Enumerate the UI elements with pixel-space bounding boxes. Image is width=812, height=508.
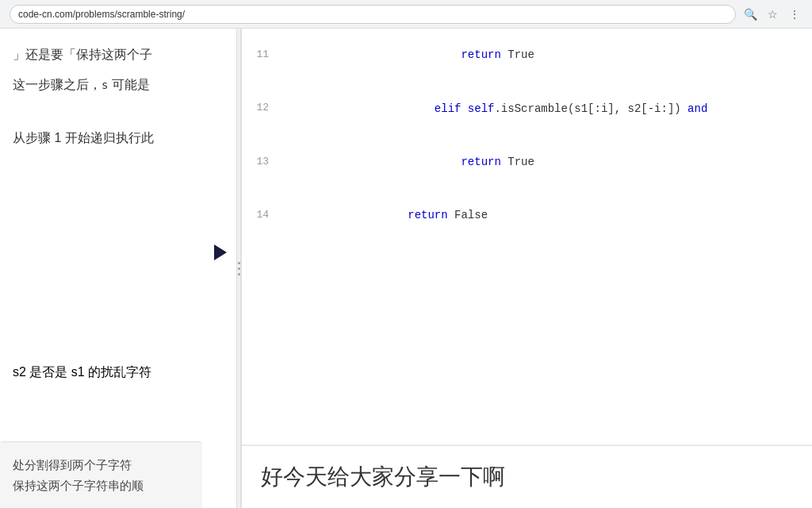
arrow-container: [214, 244, 227, 260]
left-panel: 」还是要「保持这两个子 这一步骤之后，s 可能是 从步骤 1 开始递归执行此 s…: [0, 29, 242, 508]
text-line-3: 从步骤 1 开始递归执行此: [13, 128, 228, 148]
url-bar[interactable]: code-cn.com/problems/scramble-string/: [10, 5, 736, 24]
keyword-self-12: self: [468, 102, 495, 115]
line-num-11: 11: [242, 29, 282, 82]
divider-dot-2: [238, 267, 240, 270]
gray-card: 处分割得到两个子字符 保持这两个子字符串的顺: [0, 441, 202, 508]
divider-dot-3: [238, 273, 240, 275]
line-num-13: 13: [242, 135, 282, 188]
browser-icons: 🔍 ☆ ⋮: [742, 6, 802, 22]
code-content-11: return True: [282, 29, 812, 82]
code-area: 11 return True 12 elif self.isScramble(s…: [242, 29, 812, 237]
more-icon[interactable]: ⋮: [787, 6, 802, 22]
sidebar-divider[interactable]: [236, 29, 241, 508]
bracket-char: 」: [13, 48, 25, 61]
right-arrow-icon: [214, 244, 227, 260]
keyword-and: and: [688, 102, 707, 115]
line-num-14: 14: [242, 189, 282, 237]
code-row-14: 14 return False: [242, 189, 812, 237]
main-layout: 」还是要「保持这两个子 这一步骤之后，s 可能是 从步骤 1 开始递归执行此 s…: [0, 29, 812, 508]
code-table: 11 return True 12 elif self.isScramble(s…: [242, 29, 812, 237]
text-line-1: 」还是要「保持这两个子: [13, 44, 228, 65]
code-row-11: 11 return True: [242, 29, 812, 82]
left-content: 」还是要「保持这两个子 这一步骤之后，s 可能是 从步骤 1 开始递归执行此: [0, 29, 241, 174]
code-content-13: return True: [282, 135, 812, 188]
scramble-text-label: s2 是否是 s1 的扰乱字符: [0, 364, 202, 381]
big-chinese-text: 好今天给大家分享一下啊: [261, 462, 793, 492]
star-icon[interactable]: ☆: [764, 6, 780, 22]
code-spacer: [242, 237, 812, 444]
gray-card-line-1: 处分割得到两个子字符: [13, 455, 190, 475]
bottom-text-panel: 好今天给大家分享一下啊: [242, 445, 812, 508]
right-panel: 11 return True 12 elif self.isScramble(s…: [242, 29, 812, 508]
text-line-2: 这一步骤之后，s 可能是: [13, 75, 228, 95]
scramble-text: s2 是否是 s1 的扰乱字符: [13, 364, 190, 381]
keyword-elif: elif: [435, 102, 462, 115]
code-content-14: return False: [282, 189, 812, 237]
code-row-12: 12 elif self.isScramble(s1[:i], s2[-i:])…: [242, 82, 812, 135]
code-row-13: 13 return True: [242, 135, 812, 188]
keyword-return-11: return: [461, 48, 500, 61]
url-text: code-cn.com/problems/scramble-string/: [18, 9, 185, 20]
svg-marker-0: [214, 244, 227, 260]
search-icon[interactable]: 🔍: [742, 6, 758, 22]
code-content-12: elif self.isScramble(s1[:i], s2[-i:]) an…: [282, 82, 812, 135]
line-num-12: 12: [242, 82, 282, 135]
browser-bar: code-cn.com/problems/scramble-string/ 🔍 …: [0, 0, 812, 29]
gray-card-line-2: 保持这两个子字符串的顺: [13, 475, 190, 496]
keyword-return-14: return: [408, 209, 447, 221]
keyword-return-13: return: [461, 156, 500, 168]
divider-dot-1: [238, 262, 240, 264]
